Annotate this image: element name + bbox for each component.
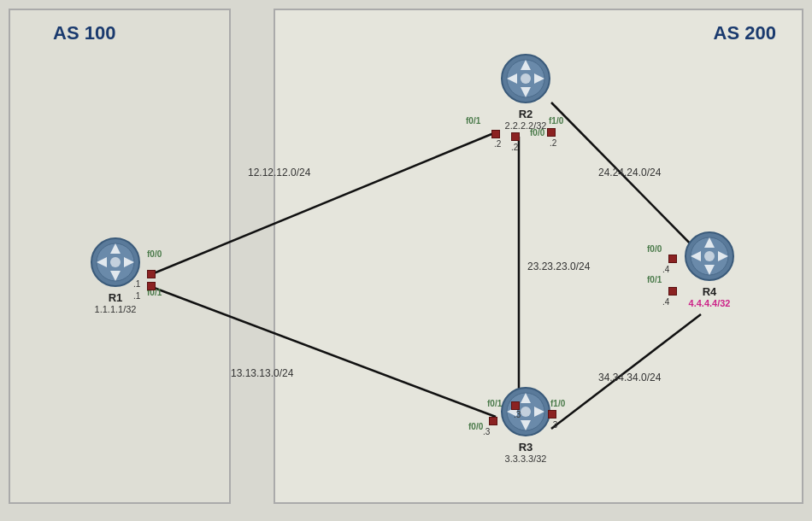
r3-f10-ip: .3 <box>550 420 557 430</box>
as100-label: AS 100 <box>53 22 115 44</box>
as200-label: AS 200 <box>714 22 776 44</box>
router-r3-label: R3 <box>519 441 533 454</box>
r1-f00-ip: .1 <box>133 279 140 289</box>
r3-f00-ip: .3 <box>483 427 490 436</box>
svg-point-18 <box>521 73 531 84</box>
r3-f00-dot <box>489 417 497 425</box>
r3-f00-label: f0/0 <box>468 422 483 431</box>
r3-f01-ip: .3 <box>514 410 521 419</box>
r4-f00-label: f0/0 <box>647 244 662 254</box>
r3-f01-label: f0/1 <box>487 399 502 408</box>
r2-f00-dot <box>511 132 520 141</box>
router-r3-ip: 3.3.3.3/32 <box>505 454 547 464</box>
net-label-r1r3: 13.13.13.0/24 <box>231 367 293 379</box>
r3-f10-dot <box>548 410 556 419</box>
router-r1-ip: 1.1.1.1/32 <box>95 304 137 314</box>
router-r4: R4 4.4.4.4/32 <box>675 229 744 308</box>
router-r1-label: R1 <box>109 291 123 304</box>
svg-point-11 <box>110 257 121 267</box>
svg-point-25 <box>521 407 531 417</box>
r1-f01-dot <box>147 282 156 290</box>
r2-f00-label: f0/0 <box>530 128 544 138</box>
r4-f00-ip: .4 <box>662 265 669 274</box>
r2-f10-ip: .2 <box>550 138 556 148</box>
router-r4-label: R4 <box>703 285 717 298</box>
net-label-r2r3: 23.23.23.0/24 <box>527 260 590 272</box>
r2-f01-dot <box>491 130 500 138</box>
router-r1: R1 1.1.1.1/32 <box>81 235 150 314</box>
r2-f10-label: f1/0 <box>549 116 563 126</box>
r1-f00-dot <box>147 270 156 278</box>
r1-f01-ip: .1 <box>133 291 140 301</box>
router-r2-icon <box>498 51 553 106</box>
r1-f00-label: f0/0 <box>147 249 162 259</box>
r3-f01-dot <box>511 401 520 410</box>
router-r3: R3 3.3.3.3/32 <box>491 384 560 464</box>
r2-f00-ip: .2 <box>511 143 518 152</box>
r3-f10-label: f1/0 <box>550 399 565 408</box>
router-r4-ip: 4.4.4.4/32 <box>689 298 731 308</box>
net-label-r3r4: 34.34.34.0/24 <box>598 372 661 383</box>
router-r2-label: R2 <box>519 108 533 120</box>
net-label-r2r4: 24.24.24.0/24 <box>598 167 661 179</box>
svg-point-32 <box>704 251 715 261</box>
r4-f01-ip: .4 <box>662 297 669 307</box>
r2-f01-ip: .2 <box>494 139 501 149</box>
r4-f01-dot <box>668 287 677 296</box>
r4-f00-dot <box>668 255 677 263</box>
r2-f10-dot <box>547 128 556 137</box>
router-r3-icon <box>498 384 553 439</box>
net-label-r1r2: 12.12.12.0/24 <box>248 167 310 179</box>
r2-f01-label: f0/1 <box>466 116 480 126</box>
router-r4-icon <box>682 229 737 284</box>
r4-f01-label: f0/1 <box>647 275 662 284</box>
